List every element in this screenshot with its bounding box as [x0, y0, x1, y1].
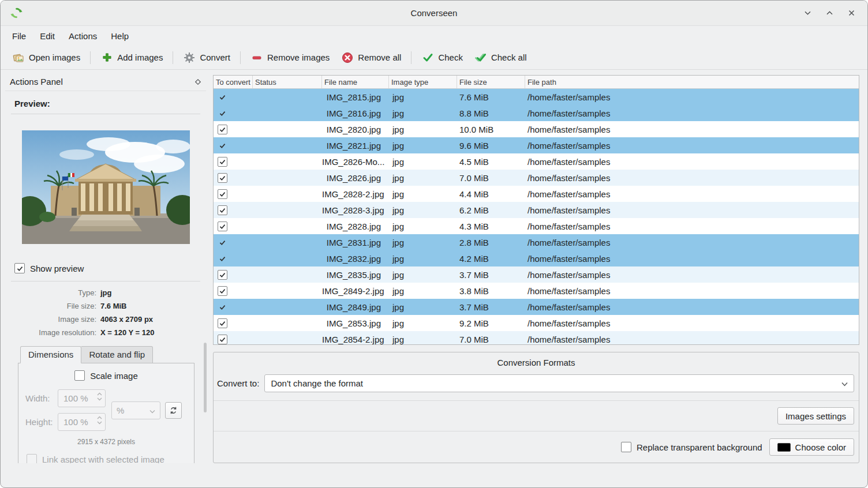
row-checkbox[interactable]	[218, 92, 227, 102]
table-row[interactable]: IMG_2853.jpgjpg9.2 MiB/home/faster/sampl…	[214, 315, 859, 331]
row-file-path: /home/faster/samples	[525, 141, 859, 151]
remove-images-icon	[250, 51, 263, 64]
table-row[interactable]: IMG_2832.jpgjpg4.2 MiB/home/faster/sampl…	[214, 250, 859, 266]
check-button[interactable]: Check	[416, 48, 469, 67]
table-row[interactable]: IMG_2826-Mo...jpg4.5 MiB/home/faster/sam…	[214, 153, 859, 170]
toolbar-separator	[90, 51, 91, 64]
tab-dimensions[interactable]: Dimensions	[20, 346, 81, 363]
window-title: Converseen	[1, 8, 867, 18]
row-checkbox[interactable]	[218, 157, 227, 167]
toolbar: Open images Add images Convert	[1, 46, 867, 70]
column-header-file-size[interactable]: File size	[457, 76, 525, 88]
check-all-button[interactable]: Check all	[469, 48, 533, 67]
maximize-icon[interactable]	[822, 6, 836, 20]
row-file-path: /home/faster/samples	[525, 222, 859, 231]
table-row[interactable]: IMG_2828-2.jpgjpg4.4 MiB/home/faster/sam…	[214, 186, 859, 202]
remove-images-button[interactable]: Remove images	[245, 48, 335, 67]
scale-image-checkbox[interactable]	[74, 370, 85, 381]
row-checkbox[interactable]	[218, 189, 227, 199]
menu-file[interactable]: File	[5, 28, 33, 44]
row-checkbox[interactable]	[218, 238, 227, 247]
row-file-path: /home/faster/samples	[525, 318, 859, 328]
table-row[interactable]: IMG_2820.jpgjpg10.0 MiB/home/faster/samp…	[214, 121, 859, 137]
format-combobox[interactable]: Don't change the format	[264, 374, 854, 392]
row-file-path: /home/faster/samples	[525, 254, 859, 264]
row-image-type: jpg	[389, 318, 457, 328]
actions-panel-body: Preview:	[5, 91, 206, 463]
row-file-path: /home/faster/samples	[525, 286, 859, 296]
dock-float-icon[interactable]	[194, 78, 201, 85]
convert-button[interactable]: Convert	[177, 48, 236, 67]
actions-panel: Actions Panel Preview:	[5, 75, 206, 463]
table-row[interactable]: IMG_2831.jpgjpg2.8 MiB/home/faster/sampl…	[214, 234, 859, 250]
row-checkbox[interactable]	[218, 108, 227, 118]
row-checkbox[interactable]	[218, 222, 227, 231]
table-row[interactable]: IMG_2849-2.jpgjpg3.8 MiB/home/faster/sam…	[214, 283, 859, 299]
sync-dimensions-button[interactable]	[165, 402, 182, 419]
table-row[interactable]: IMG_2835.jpgjpg3.7 MiB/home/faster/sampl…	[214, 266, 859, 283]
table-row[interactable]: IMG_2816.jpgjpg8.8 MiB/home/faster/sampl…	[214, 105, 859, 121]
images-settings-button[interactable]: Images settings	[777, 407, 854, 425]
row-checkbox[interactable]	[218, 335, 227, 344]
row-file-size: 7.0 MiB	[457, 335, 525, 344]
open-images-button[interactable]: Open images	[6, 48, 86, 67]
row-file-size: 4.2 MiB	[457, 254, 525, 264]
link-aspect-checkbox	[27, 454, 37, 463]
table-row[interactable]: IMG_2854-2.jpgjpg7.0 MiB/home/faster/sam…	[214, 331, 859, 344]
close-icon[interactable]	[844, 6, 858, 20]
row-checkbox[interactable]	[218, 286, 227, 296]
replace-background-label: Replace transparent background	[637, 442, 762, 452]
minimize-icon[interactable]	[800, 6, 814, 20]
row-checkbox[interactable]	[218, 173, 227, 183]
replace-background-row: Replace transparent background	[621, 442, 762, 452]
table-row[interactable]: IMG_2815.jpgjpg7.6 MiB/home/faster/sampl…	[214, 89, 859, 105]
table-row[interactable]: IMG_2826.jpgjpg7.0 MiB/home/faster/sampl…	[214, 170, 859, 186]
row-checkbox[interactable]	[218, 318, 227, 328]
table-row[interactable]: IMG_2849.jpgjpg3.7 MiB/home/faster/sampl…	[214, 299, 859, 315]
remove-all-button[interactable]: Remove all	[335, 48, 407, 67]
row-checkbox[interactable]	[218, 254, 227, 264]
app-window: Converseen File Edit Actions Help	[0, 0, 868, 488]
chevron-down-icon	[149, 406, 155, 415]
row-image-type: jpg	[389, 222, 457, 231]
scrollbar-handle[interactable]	[204, 343, 207, 412]
column-header-file-path[interactable]: File path	[525, 76, 859, 88]
row-file-name: IMG_2828-3.jpg	[322, 205, 389, 215]
replace-background-checkbox[interactable]	[621, 442, 631, 452]
file-table: To convert Status File name Image type F…	[213, 75, 859, 345]
column-header-image-type[interactable]: Image type	[389, 76, 457, 88]
images-settings-label: Images settings	[785, 411, 846, 421]
table-row[interactable]: IMG_2828.jpgjpg4.3 MiB/home/faster/sampl…	[214, 218, 859, 234]
row-file-size: 2.8 MiB	[457, 238, 525, 247]
chevron-down-icon	[841, 378, 848, 388]
column-header-file-name[interactable]: File name	[322, 76, 389, 88]
row-checkbox[interactable]	[218, 205, 227, 215]
target-pixels-text: 2915 x 4372 pixels	[18, 438, 194, 446]
row-checkbox[interactable]	[218, 125, 227, 134]
row-file-name: IMG_2821.jpg	[322, 141, 389, 151]
menu-help[interactable]: Help	[104, 28, 136, 44]
row-file-name: IMG_2831.jpg	[322, 238, 389, 247]
menu-edit[interactable]: Edit	[33, 28, 62, 44]
row-file-size: 9.2 MiB	[457, 318, 525, 328]
width-spinbox: 100 %	[58, 389, 106, 407]
choose-color-button[interactable]: Choose color	[769, 438, 854, 456]
type-label: Type:	[11, 288, 96, 297]
statusbar	[1, 468, 867, 487]
row-checkbox[interactable]	[218, 141, 227, 151]
row-checkbox[interactable]	[218, 302, 227, 312]
row-checkbox[interactable]	[218, 270, 227, 280]
menu-actions[interactable]: Actions	[62, 28, 104, 44]
row-image-type: jpg	[389, 205, 457, 215]
tab-rotate-flip[interactable]: Rotate and flip	[81, 346, 153, 363]
file-table-body: IMG_2815.jpgjpg7.6 MiB/home/faster/sampl…	[214, 89, 859, 344]
column-header-to-convert[interactable]: To convert	[214, 76, 253, 88]
column-header-status[interactable]: Status	[253, 76, 322, 88]
show-preview-checkbox[interactable]	[14, 263, 25, 273]
table-row[interactable]: IMG_2821.jpgjpg9.6 MiB/home/faster/sampl…	[214, 137, 859, 153]
table-row[interactable]: IMG_2828-3.jpgjpg6.2 MiB/home/faster/sam…	[214, 202, 859, 218]
row-file-path: /home/faster/samples	[525, 205, 859, 215]
row-image-type: jpg	[389, 157, 457, 167]
panel-scrollbar[interactable]	[203, 343, 207, 463]
add-images-button[interactable]: Add images	[95, 48, 169, 67]
